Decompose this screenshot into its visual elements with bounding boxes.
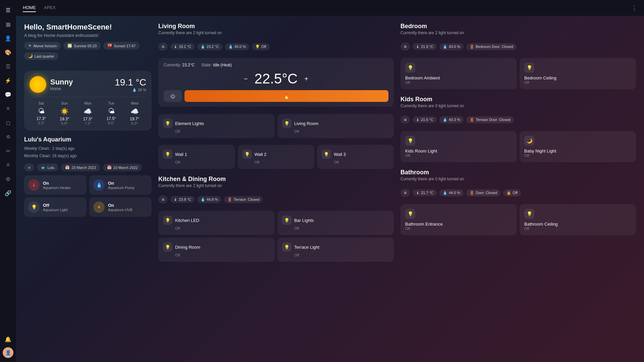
sidebar-icon-user[interactable]: 👤: [2, 32, 14, 44]
kids-sensor-temp: 🌡 21.6 °C: [413, 116, 437, 123]
wall2-icon: 💡: [243, 149, 252, 159]
baby-night-status: Off: [524, 154, 631, 158]
bathroom-sensors: ≡ 🌡 21.7 °C 💧 44.0 % 🚪 Door: Closed 🔒 Of…: [400, 189, 636, 197]
living-room-header: Living Room Currently there are 2 light …: [158, 23, 394, 39]
tag-date1: 📅 23 March 2022: [61, 164, 100, 171]
device-pump[interactable]: 💧 On Aquarium Pump: [89, 175, 152, 195]
pump-icon: 💧: [93, 179, 105, 191]
thermo-power-button[interactable]: ⏻: [164, 90, 182, 102]
sidebar-icon-palette[interactable]: 🎨: [2, 46, 14, 58]
badge-sunrise: 🌅Sunrise 05:23: [63, 42, 101, 50]
kitchen-sensor-door: 🚪 Terrace: Closed: [224, 196, 263, 203]
sidebar-icon-media[interactable]: ◻: [2, 117, 14, 129]
bedroom-subtitle: Currently there are 2 light turned on: [400, 31, 636, 35]
light-kitchen-led[interactable]: 💡 Kitchen LED Off: [158, 211, 275, 235]
badge-horizon: ☀Above horizon: [24, 42, 61, 50]
bedroom-ceiling-icon: 💡: [524, 63, 534, 73]
aquarium-title: Lulu's Aquarium: [24, 136, 152, 143]
light-terrace[interactable]: 💡 Terrace Light Off: [277, 238, 394, 262]
aquarium-devices: 🌡 On Aquarium Heater 💧 On Aquarium Pump: [24, 175, 152, 217]
sidebar-icon-chat[interactable]: 💬: [2, 88, 14, 101]
bedroom-ceiling-card[interactable]: 💡 Bedroom Ceiling Off: [520, 58, 636, 89]
kids-room-header: Kids Room Currently there are 0 light tu…: [400, 96, 636, 112]
living-room-menu[interactable]: ≡: [158, 43, 168, 51]
sidebar-avatar[interactable]: 👤: [3, 347, 13, 358]
sidebar-icon-external[interactable]: 🔗: [2, 187, 14, 199]
wall3-icon: 💡: [322, 149, 331, 159]
kids-light-card[interactable]: 💡 Kids Room Light Off: [400, 131, 517, 162]
bedroom-menu[interactable]: ≡: [400, 43, 410, 51]
tag-menu[interactable]: ≡: [24, 164, 34, 171]
bathroom-menu[interactable]: ≡: [400, 189, 410, 197]
light-element[interactable]: 💡 Element Lights Off: [158, 114, 275, 138]
thermo-decrease[interactable]: −: [244, 75, 248, 83]
device-heater[interactable]: 🌡 On Aquarium Heater: [24, 175, 87, 195]
thermostat-card: Currently: 23.2°C State: Idle (Heat) − 2…: [158, 58, 394, 107]
sidebar-icon-settings[interactable]: ⚙: [2, 173, 14, 185]
tab-home[interactable]: HOME: [23, 4, 36, 12]
weather-badges: ☀Above horizon 🌅Sunrise 05:23 🌇Sunset 17…: [24, 42, 152, 60]
terrace-icon: 💡: [282, 242, 291, 252]
kids-room-menu[interactable]: ≡: [400, 116, 410, 124]
sidebar-icon-automations[interactable]: ✂: [2, 145, 14, 157]
bedroom-ambient-card[interactable]: 💡 Bedroom Ambient Off: [400, 58, 517, 89]
lr-sensor-temp2: 💧 23.2 °C: [197, 43, 222, 50]
bathroom-entrance-card[interactable]: 💡 Bathroom Entrance Off: [400, 204, 517, 235]
kids-room-devices: 💡 Kids Room Light Off 🌙 Baby Night Light…: [400, 131, 636, 162]
living-room-section: Living Room Currently there are 2 light …: [158, 23, 394, 169]
thermo-flame-button[interactable]: 🔥: [184, 90, 388, 102]
sun-icon: [30, 76, 46, 93]
bedroom-sensors: ≡ 🌡 21.9 °C 💧 43.0 % 🚪 Bedroom Door: Clo…: [400, 43, 636, 51]
living-room-lights: 💡 Element Lights Off 💡 Living Room Off: [158, 114, 394, 138]
sidebar-icon-dashboard[interactable]: ▦: [2, 18, 14, 30]
light-bar[interactable]: 💡 Bar Lights Off: [277, 211, 394, 235]
sidebar-icon-logs[interactable]: ≡: [2, 103, 14, 115]
tab-apex[interactable]: APEX: [44, 4, 56, 12]
light-wall3[interactable]: 💡 Wall 3 Off: [317, 145, 394, 169]
thermo-increase[interactable]: +: [304, 75, 308, 83]
device-uvb[interactable]: ☀ On Aquarium UVB: [89, 197, 152, 217]
bathroom-ceiling-icon: 💡: [524, 209, 534, 219]
sidebar: ☰ ▦ 👤 🎨 ☰ ⚡ 💬 ≡ ◻ ✡ ✂ ≡ ⚙ 🔗 🔔 👤: [0, 0, 16, 362]
sidebar-icon-notifications[interactable]: 🔔: [2, 333, 14, 345]
sidebar-icon-menu[interactable]: ☰: [2, 4, 14, 16]
living-room-sensors: ≡ 🌡 19.1 °C 💧 23.2 °C 💧 45.0 % 💡 Off: [158, 43, 394, 51]
kitchen-title: Kitchen & Dining Room: [158, 176, 394, 183]
light-wall2[interactable]: 💡 Wall 2 Off: [238, 145, 315, 169]
light-wall1[interactable]: 💡 Wall 1 Off: [158, 145, 235, 169]
bedroom-ambient-icon: 💡: [405, 63, 415, 73]
welcome-title: Hello, SmartHomeScene!: [24, 23, 152, 32]
welcome-subtitle: A blog for Home Assistant enthusiasts!: [24, 33, 152, 38]
kitchen-lights: 💡 Kitchen LED Off 💡 Bar Lights Off: [158, 211, 394, 262]
kids-room-title: Kids Room: [400, 96, 636, 103]
aquarium-section: Lulu's Aquarium Weekly Clean: 2 day(s) a…: [24, 136, 152, 217]
thermostat-control: − 22.5°C +: [164, 71, 388, 87]
kids-light-name: Kids Room Light: [405, 148, 512, 154]
aquarium-tags: ≡ 🐟 Lulu 📅 23 March 2022 📅 10 March 2022: [24, 164, 152, 171]
badge-moon: 🌙Last quarter: [24, 52, 58, 60]
bedroom-sensor-door: 🚪 Bedroom Door: Closed: [466, 43, 517, 50]
bedroom-sensor-temp: 🌡 21.9 °C: [413, 43, 437, 50]
living-room-wall-lights: 💡 Wall 1 Off 💡 Wall 2 Off: [158, 145, 394, 169]
sidebar-icon-integrations[interactable]: ✡: [2, 131, 14, 143]
baby-night-card[interactable]: 🌙 Baby Night Light Off: [520, 131, 636, 162]
light-living-room[interactable]: 💡 Living Room Off: [277, 114, 394, 138]
kitchen-subtitle: Currently there are 2 light turned on: [158, 183, 394, 188]
light-dining[interactable]: 💡 Dining Room Off: [158, 238, 275, 262]
bathroom-sensor-lock: 🔒 Off: [503, 189, 521, 196]
kids-room-section: Kids Room Currently there are 0 light tu…: [400, 96, 636, 162]
header-more-button[interactable]: ⋮: [631, 4, 637, 12]
device-light[interactable]: 💡 Off Aquarium Light: [24, 197, 87, 217]
heater-icon: 🌡: [28, 179, 40, 191]
kids-room-sensors: ≡ 🌡 21.6 °C 💧 43.3 % 🚪 Terrace Door: Clo…: [400, 116, 636, 124]
forecast-sat: Sat 🌤 17.3° 5.3°: [30, 101, 53, 125]
sidebar-icon-scenes[interactable]: ≡: [2, 159, 14, 171]
kitchen-menu[interactable]: ≡: [158, 195, 168, 203]
living-room-title: Living Room: [158, 23, 394, 30]
sidebar-icon-energy[interactable]: ⚡: [2, 74, 14, 86]
sidebar-icon-list[interactable]: ☰: [2, 60, 14, 72]
bathroom-ceiling-card[interactable]: 💡 Bathroom Ceiling Off: [520, 204, 636, 235]
forecast-tue: Tue 🌤 17.5° 8.5°: [100, 101, 123, 125]
bathroom-section: Bathroom Currently there are 0 light tur…: [400, 169, 636, 235]
bathroom-ceiling-name: Bathroom Ceiling: [524, 222, 631, 227]
